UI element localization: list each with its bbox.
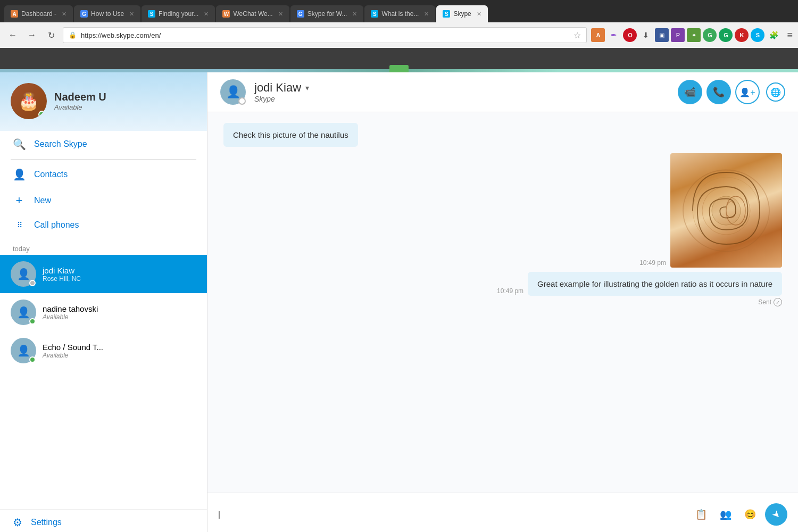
- echo-status-dot: [29, 356, 36, 363]
- sidebar-header: 🎂 Nadeem U Available: [0, 72, 207, 127]
- message-time-3: 10:49 pm: [497, 287, 523, 295]
- chat-contact-name-text: jodi Kiaw: [254, 81, 301, 95]
- tab-skype[interactable]: S Skype ✕: [436, 5, 487, 22]
- chat-input[interactable]: [218, 505, 685, 523]
- contact-avatar-echo: 👤: [11, 338, 36, 363]
- opera-icon[interactable]: O: [623, 28, 637, 42]
- add-contact-button[interactable]: 👤+: [735, 80, 760, 104]
- globe-button[interactable]: 🌐: [766, 82, 785, 102]
- ext-grey-icon[interactable]: 🧩: [767, 28, 780, 42]
- tab-skypefor[interactable]: G Skype for W... ✕: [290, 5, 364, 22]
- ext-pen-icon[interactable]: ✒: [607, 28, 621, 42]
- contact-avatar-jodi: 👤: [11, 261, 36, 287]
- tab-wechat[interactable]: W WeChat We... ✕: [216, 5, 289, 22]
- contact-sub-jodi: Rose Hill, NC: [43, 275, 196, 282]
- download-icon[interactable]: ⬇: [639, 28, 653, 42]
- ext-purple-icon[interactable]: P: [671, 28, 685, 42]
- contact-sub-echo: Available: [43, 352, 196, 359]
- bookmark-star-icon[interactable]: ☆: [573, 30, 581, 40]
- ext-box-icon[interactable]: ▣: [655, 28, 669, 42]
- nautilus-image: [670, 153, 782, 268]
- nadine-status-dot: [29, 318, 36, 325]
- sidebar-divider-1: [11, 159, 196, 160]
- chat-contact-info: jodi Kiaw ▾ Skype: [254, 81, 669, 103]
- contact-item-echo[interactable]: 👤 Echo / Sound T... Available: [0, 331, 207, 370]
- phone-call-button[interactable]: 📞: [706, 80, 731, 104]
- tab-label-finding: Finding your...: [159, 10, 198, 18]
- send-button[interactable]: ➤: [765, 503, 787, 526]
- tab-label-dashboard: Dashboard -: [21, 10, 56, 18]
- nautilus-spiral-svg: [678, 163, 774, 259]
- tab-label-wechat: WeChat We...: [233, 10, 272, 18]
- ext-red-k-icon[interactable]: K: [735, 28, 749, 42]
- tab-finding[interactable]: S Finding your... ✕: [142, 5, 215, 22]
- forward-button[interactable]: →: [24, 28, 39, 43]
- tab-favicon-skype: S: [443, 10, 450, 18]
- emoji-icon: 😊: [744, 509, 756, 520]
- message-row-3: 10:49 pm Great example for illustrating …: [223, 272, 782, 306]
- tab-close-howto[interactable]: ✕: [129, 11, 134, 18]
- tab-label-howto: How to Use: [91, 10, 124, 18]
- message-time-image: 10:49 pm: [639, 259, 666, 267]
- sidebar-nav: 🔍 Search Skype 👤 Contacts + New ⠿ Call p…: [0, 127, 207, 240]
- message-row-image: 10:49 pm: [223, 153, 782, 268]
- user-status: Available: [54, 103, 106, 111]
- input-actions: 📋 👥 😊 ➤: [692, 503, 787, 526]
- ext-leaf-icon[interactable]: ✦: [687, 28, 701, 42]
- video-call-button[interactable]: 📹: [678, 80, 702, 104]
- today-label: today: [0, 240, 207, 255]
- tab-close-whatis[interactable]: ✕: [424, 11, 429, 18]
- contact-info-nadine: nadine tahovski Available: [43, 304, 196, 321]
- emoji-button[interactable]: 😊: [741, 505, 760, 524]
- ext-green-icon[interactable]: G: [703, 28, 717, 42]
- settings-icon: ⚙: [13, 516, 22, 529]
- user-online-indicator: [38, 111, 46, 118]
- tab-close-finding[interactable]: ✕: [204, 11, 209, 18]
- phone-call-icon: 📞: [713, 86, 725, 98]
- send-file-button[interactable]: 📋: [692, 505, 711, 524]
- tab-whatis[interactable]: S What is the... ✕: [364, 5, 435, 22]
- tab-favicon-howto: G: [80, 10, 88, 18]
- tab-close-dashboard[interactable]: ✕: [62, 11, 66, 18]
- contact-list: 👤 jodi Kiaw Rose Hill, NC 👤 nadine tahov…: [0, 255, 207, 509]
- tab-dashboard[interactable]: A Dashboard - ✕: [4, 5, 73, 22]
- avast-icon[interactable]: A: [591, 28, 605, 42]
- sent-message-row: 10:49 pm Great example for illustrating …: [493, 272, 782, 296]
- sidebar-item-call-phones[interactable]: ⠿ Call phones: [0, 214, 207, 236]
- contact-item-nadine[interactable]: 👤 nadine tahovski Available: [0, 293, 207, 331]
- chat-area: 👤 jodi Kiaw ▾ Skype 📹 📞 👤+: [207, 72, 798, 532]
- tab-close-skype[interactable]: ✕: [477, 11, 481, 18]
- browser-chrome: A Dashboard - ✕ G How to Use ✕ S Finding…: [0, 0, 798, 69]
- sidebar-item-settings[interactable]: ⚙ Settings: [0, 509, 207, 532]
- contact-sub-nadine: Available: [43, 313, 196, 321]
- send-file-icon: 📋: [695, 509, 707, 520]
- new-label: New: [34, 196, 51, 205]
- ext-grammarly-icon[interactable]: G: [719, 28, 733, 42]
- sidebar-item-contacts[interactable]: 👤 Contacts: [0, 162, 207, 187]
- add-people-button[interactable]: 👥: [716, 505, 735, 524]
- add-contact-icon: 👤+: [739, 87, 755, 97]
- address-bar[interactable]: 🔒 https://web.skype.com/en/ ☆: [63, 27, 587, 43]
- message-bubble-3: Great example for illustrating the golde…: [528, 272, 782, 296]
- chat-contact-name: jodi Kiaw ▾: [254, 81, 669, 95]
- contact-name-echo: Echo / Sound T...: [43, 343, 196, 352]
- tab-howto[interactable]: G How to Use ✕: [74, 5, 140, 22]
- ext-skype-icon[interactable]: S: [751, 28, 764, 42]
- sidebar-item-search[interactable]: 🔍 Search Skype: [0, 131, 207, 157]
- contact-item-jodi[interactable]: 👤 jodi Kiaw Rose Hill, NC: [0, 255, 207, 293]
- tab-close-wechat[interactable]: ✕: [278, 11, 283, 18]
- tab-bar: A Dashboard - ✕ G How to Use ✕ S Finding…: [0, 0, 798, 22]
- dropdown-arrow-icon[interactable]: ▾: [305, 84, 309, 92]
- tab-favicon-dashboard: A: [11, 10, 18, 18]
- back-button[interactable]: ←: [5, 28, 20, 43]
- search-icon: 🔍: [13, 138, 26, 151]
- contact-name-nadine: nadine tahovski: [43, 304, 196, 313]
- video-call-icon: 📹: [684, 86, 696, 98]
- call-phones-icon: ⠿: [13, 221, 26, 229]
- chrome-menu-button[interactable]: ≡: [787, 30, 793, 41]
- sidebar-item-new[interactable]: + New: [0, 187, 207, 214]
- refresh-button[interactable]: ↻: [44, 28, 59, 43]
- settings-label: Settings: [31, 518, 62, 527]
- chat-messages: Check this picture of the nautilus 10:49…: [207, 112, 798, 493]
- tab-close-skypefor[interactable]: ✕: [352, 11, 357, 18]
